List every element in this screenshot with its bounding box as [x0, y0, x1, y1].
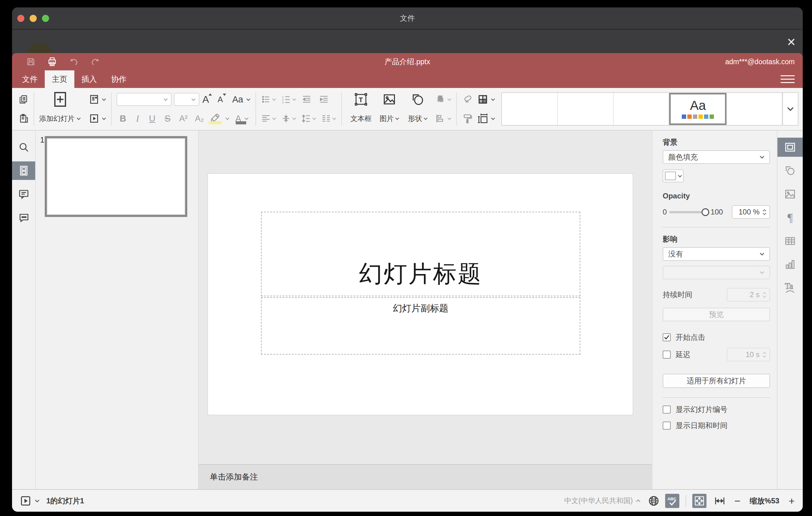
- chat-icon[interactable]: [12, 206, 35, 229]
- bold-icon[interactable]: B: [120, 114, 126, 124]
- horizontal-align-icon[interactable]: [261, 114, 271, 123]
- svg-text:T: T: [359, 96, 363, 104]
- insert-shape-button[interactable]: 形状: [404, 91, 432, 127]
- document-title: 产品介绍.pptx: [12, 57, 803, 67]
- show-slide-number-checkbox[interactable]: [663, 405, 671, 413]
- show-date-time-label: 显示日期和时间: [676, 421, 727, 431]
- arrange-icon[interactable]: [435, 94, 445, 105]
- numbered-list-icon[interactable]: 123: [281, 94, 291, 104]
- opacity-spinner[interactable]: 100 %: [732, 205, 770, 219]
- image-settings-icon[interactable]: [778, 182, 803, 206]
- show-date-time-row[interactable]: 显示日期和时间: [663, 421, 770, 431]
- align-objects-icon[interactable]: [435, 113, 445, 124]
- insert-textbox-button[interactable]: T 文本框: [347, 91, 375, 127]
- table-settings-icon[interactable]: [778, 229, 803, 253]
- start-on-click-checkbox[interactable]: [663, 333, 671, 341]
- fill-color-swatch[interactable]: [663, 169, 684, 182]
- theme-palette: [682, 114, 714, 119]
- svg-text:3: 3: [282, 101, 284, 104]
- slide[interactable]: 幻灯片标题 幻灯片副标题: [208, 173, 633, 415]
- svg-text:Ta: Ta: [785, 282, 793, 291]
- start-slideshow-status-icon[interactable]: [20, 495, 31, 507]
- superscript-icon[interactable]: A²: [179, 114, 187, 123]
- font-size-select[interactable]: [174, 93, 199, 106]
- search-icon[interactable]: [12, 136, 35, 159]
- show-slide-number-row[interactable]: 显示幻灯片编号: [663, 405, 770, 414]
- clear-style-icon[interactable]: [462, 91, 473, 108]
- slideshow-options-icon[interactable]: [35, 499, 39, 503]
- copy-style-icon[interactable]: [462, 110, 473, 127]
- delay-checkbox[interactable]: [663, 351, 671, 359]
- theme-thumb-selected[interactable]: Aa: [669, 93, 727, 125]
- language-label[interactable]: 中文(中华人民共和国): [564, 496, 633, 506]
- increase-font-icon[interactable]: A: [202, 94, 209, 105]
- decrease-indent-icon[interactable]: [302, 94, 312, 104]
- fill-type-select[interactable]: 颜色填充: [663, 150, 770, 164]
- line-spacing-icon[interactable]: [301, 114, 311, 123]
- font-color-icon[interactable]: A: [235, 114, 241, 124]
- theme-thumb[interactable]: [558, 93, 614, 125]
- italic-icon[interactable]: I: [136, 114, 139, 124]
- effect-select[interactable]: 没有: [663, 247, 770, 261]
- close-icon[interactable]: ✕: [787, 37, 796, 48]
- bullet-list-icon[interactable]: [261, 94, 271, 104]
- title-placeholder[interactable]: 幻灯片标题: [261, 212, 580, 296]
- theme-thumb[interactable]: [727, 93, 782, 125]
- opacity-slider[interactable]: [669, 211, 705, 213]
- start-slideshow-icon[interactable]: [89, 113, 99, 124]
- slides-panel-icon[interactable]: [12, 162, 35, 180]
- highlight-color-icon[interactable]: [209, 113, 221, 124]
- left-sidebar: [12, 131, 36, 489]
- language-globe-icon[interactable]: [648, 495, 660, 507]
- show-date-time-checkbox[interactable]: [663, 422, 671, 430]
- editor-window: 文件 ✕ 产品介绍.pptx adm***@dootask.com 文件 主: [12, 7, 803, 512]
- zoom-in-icon[interactable]: +: [788, 496, 795, 506]
- theme-gallery-expand-icon[interactable]: [782, 93, 798, 125]
- fit-width-icon[interactable]: [714, 495, 726, 507]
- slides-thumbnail-panel: 1: [36, 131, 199, 489]
- subtitle-placeholder[interactable]: 幻灯片副标题: [261, 297, 580, 354]
- strikethrough-icon[interactable]: S: [165, 114, 171, 124]
- theme-thumb[interactable]: [614, 93, 669, 125]
- tab-collaboration[interactable]: 协作: [104, 70, 134, 88]
- subscript-icon[interactable]: A₂: [195, 114, 204, 123]
- menu-icon[interactable]: [781, 74, 795, 85]
- slide-thumbnail[interactable]: [45, 136, 187, 217]
- fit-slide-icon[interactable]: [692, 494, 706, 508]
- theme-thumb[interactable]: [502, 93, 558, 125]
- status-bar: 1的幻灯片1 中文(中华人民共和国) ABC − 缩放%53 +: [12, 489, 803, 512]
- zoom-out-icon[interactable]: −: [734, 496, 741, 506]
- underline-icon[interactable]: U: [149, 114, 155, 124]
- toolbar: 添加幻灯片 A A Aa: [12, 88, 803, 131]
- vertical-align-icon[interactable]: [281, 114, 291, 123]
- comments-icon[interactable]: [12, 182, 35, 206]
- copy-icon[interactable]: [19, 91, 29, 108]
- delay-row[interactable]: 延迟 10 s: [663, 348, 770, 362]
- tab-file[interactable]: 文件: [15, 70, 45, 88]
- language-caret-icon: [636, 499, 640, 503]
- paste-icon[interactable]: [19, 110, 29, 127]
- increase-indent-icon[interactable]: [319, 94, 329, 104]
- columns-icon[interactable]: [321, 114, 331, 123]
- tab-insert[interactable]: 插入: [74, 70, 104, 88]
- start-on-click-row[interactable]: 开始点击: [663, 333, 770, 342]
- chart-settings-icon[interactable]: [778, 253, 803, 276]
- tab-home[interactable]: 主页: [45, 70, 74, 88]
- theme-colors-icon[interactable]: [477, 94, 488, 105]
- paragraph-settings-icon[interactable]: ¶: [778, 206, 803, 229]
- notes-area[interactable]: 单击添加备注: [199, 464, 652, 489]
- font-name-select[interactable]: [117, 93, 172, 106]
- slide-settings-icon[interactable]: [778, 138, 803, 157]
- background-label: 背景: [663, 137, 770, 147]
- shape-settings-icon[interactable]: [778, 159, 803, 182]
- slide-layout-icon[interactable]: [89, 94, 99, 105]
- theme-gallery: Aa: [501, 92, 799, 125]
- spellcheck-icon[interactable]: ABC: [665, 494, 679, 508]
- decrease-font-icon[interactable]: A: [218, 95, 223, 104]
- add-slide-button[interactable]: 添加幻灯片: [39, 91, 81, 127]
- textart-settings-icon[interactable]: Ta: [778, 276, 803, 300]
- insert-image-button[interactable]: 图片: [375, 91, 404, 127]
- change-case-icon[interactable]: Aa: [232, 94, 243, 105]
- apply-to-all-button[interactable]: 适用于所有幻灯片: [663, 374, 770, 388]
- slide-size-icon[interactable]: [477, 113, 488, 124]
